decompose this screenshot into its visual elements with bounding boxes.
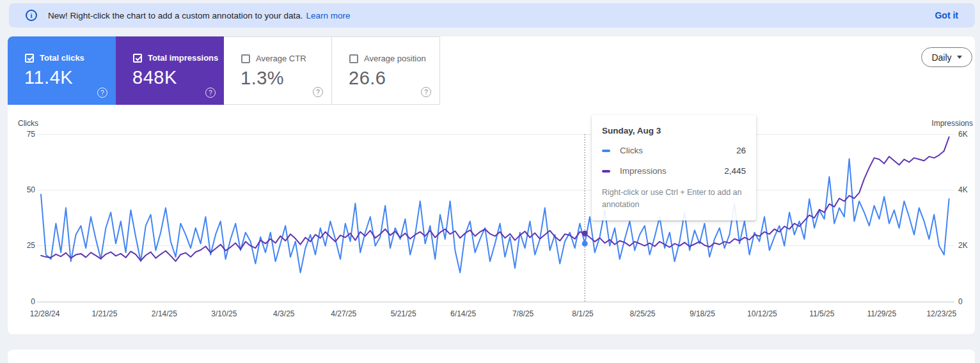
metric-value: 26.6 (349, 68, 386, 89)
x-axis-tick: 9/18/25 (690, 309, 715, 318)
checkbox-checked-icon[interactable] (25, 54, 34, 63)
performance-chart[interactable] (37, 134, 954, 302)
tooltip-row-clicks: Clicks 26 (602, 146, 746, 155)
metric-tile-total-impressions[interactable]: Total impressions 848K (116, 36, 224, 105)
x-axis-tick: 8/1/25 (572, 309, 593, 318)
left-axis-title: Clicks (18, 119, 38, 128)
granularity-selected-value: Daily (931, 52, 951, 63)
help-icon[interactable] (421, 87, 431, 97)
help-icon[interactable] (97, 88, 107, 98)
left-axis-tick: 75 (12, 130, 35, 139)
x-axis-tick: 3/10/25 (211, 309, 237, 318)
x-axis-tick: 4/3/25 (273, 309, 294, 318)
granularity-dropdown[interactable]: Daily (921, 47, 972, 67)
tooltip-row-impressions: Impressions 2,445 (602, 166, 746, 176)
right-axis-tick: 0 (958, 297, 963, 306)
metric-value: 1.3% (241, 68, 284, 89)
metric-tile-average-position[interactable]: Average position 26.6 (332, 36, 440, 105)
right-axis-tick: 6K (958, 130, 968, 139)
checkbox-unchecked-icon[interactable] (241, 54, 250, 63)
tooltip-row-value: 2,445 (724, 166, 746, 176)
metric-tile-total-clicks[interactable]: Total clicks 11.4K (8, 36, 116, 105)
chart-tooltip: Sunday, Aug 3 Clicks 26 Impressions 2,44… (592, 115, 756, 220)
x-axis-tick: 8/25/25 (629, 309, 655, 318)
right-axis-tick: 4K (958, 185, 968, 194)
metric-label: Average position (364, 54, 426, 63)
x-axis-tick: 4/27/25 (331, 309, 356, 318)
help-icon[interactable] (313, 87, 323, 97)
got-it-button[interactable]: Got it (935, 10, 958, 20)
x-axis-tick: 1/21/25 (91, 309, 117, 318)
tooltip-row-value: 26 (736, 146, 746, 155)
x-axis-line (37, 302, 954, 302)
x-axis-tick: 11/29/25 (867, 309, 896, 318)
tooltip-date: Sunday, Aug 3 (602, 126, 746, 135)
banner-text: New! Right-click the chart to add a cust… (48, 11, 303, 20)
x-axis-tick: 12/28/24 (30, 309, 60, 318)
left-axis-tick: 25 (12, 241, 35, 250)
metric-value: 11.4K (24, 67, 73, 88)
x-axis-tick: 5/21/25 (391, 309, 416, 318)
x-axis-tick: 11/5/25 (809, 309, 834, 318)
left-axis-tick: 50 (12, 185, 35, 194)
metric-value: 848K (132, 67, 177, 88)
checkbox-checked-icon[interactable] (133, 54, 142, 63)
metric-label: Total impressions (148, 53, 218, 63)
right-axis-title: Impressions (931, 119, 973, 128)
tooltip-row-label: Clicks (620, 146, 643, 155)
x-axis-tick: 6/14/25 (450, 309, 476, 318)
left-axis-tick: 0 (12, 297, 35, 306)
metric-label: Average CTR (256, 54, 306, 63)
clicks-series-dash-icon (602, 150, 610, 152)
next-section-card (8, 350, 975, 363)
learn-more-link[interactable]: Learn more (306, 11, 350, 20)
metric-tile-average-ctr[interactable]: Average CTR 1.3% (224, 36, 332, 105)
help-icon[interactable] (205, 88, 216, 98)
x-axis-tick: 7/8/25 (512, 309, 533, 318)
impressions-series-dash-icon (602, 170, 610, 173)
x-axis-tick: 2/14/25 (152, 309, 177, 318)
checkbox-unchecked-icon[interactable] (349, 54, 358, 63)
x-axis-tick: 10/12/25 (747, 309, 777, 318)
x-axis-tick: 12/23/25 (926, 309, 956, 318)
tooltip-hint: Right-click or use Ctrl + Enter to add a… (602, 187, 746, 211)
metric-label: Total clicks (40, 53, 84, 63)
right-axis-tick: 2K (958, 241, 968, 250)
annotation-banner: New! Right-click the chart to add a cust… (9, 3, 975, 27)
info-icon (26, 10, 37, 21)
chevron-down-icon (957, 56, 962, 59)
tooltip-row-label: Impressions (620, 166, 667, 176)
